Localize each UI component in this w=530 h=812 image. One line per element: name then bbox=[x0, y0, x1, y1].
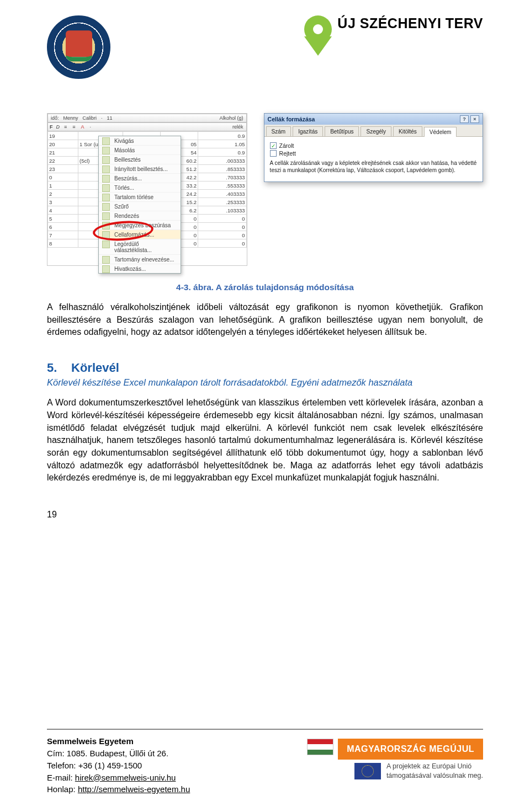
menu-icon bbox=[102, 156, 110, 164]
section-heading: 5.Körlevél bbox=[47, 361, 483, 375]
context-menu-item[interactable]: Szűrő bbox=[99, 202, 181, 211]
dialog-title: Cellák formázása bbox=[268, 116, 315, 122]
menu-icon bbox=[102, 194, 110, 201]
menu-icon bbox=[102, 203, 110, 211]
menu-icon bbox=[102, 265, 110, 273]
dialog-tab[interactable]: Kitöltés bbox=[393, 126, 422, 136]
context-menu-item[interactable]: Rendezés bbox=[99, 211, 181, 221]
context-menu-item[interactable]: Irányított beillesztés... bbox=[99, 164, 181, 174]
menu-icon bbox=[102, 147, 110, 154]
phone: Telefon: +36 (1) 459-1500 bbox=[47, 760, 190, 772]
menu-icon bbox=[102, 175, 110, 183]
institution-name: Semmelweis Egyetem bbox=[47, 735, 190, 747]
context-menu-item[interactable]: Beillesztés bbox=[99, 155, 181, 164]
web-link[interactable]: http://semmelweis-egyetem.hu bbox=[78, 784, 190, 794]
eu-funding-text: A projektek az Európai Uniótámogatásával… bbox=[386, 762, 483, 780]
dialog-tab[interactable]: Védelem bbox=[424, 127, 457, 137]
university-seal-logo bbox=[47, 15, 110, 79]
szechenyi-logo: ÚJ SZÉCHENYI TERV bbox=[304, 15, 483, 60]
context-menu-item[interactable]: Törlés... bbox=[99, 183, 181, 193]
excel-screenshot: idő: Menny Calibri·11 Alkohol (g) FD≡≡A·… bbox=[47, 113, 247, 266]
page-footer: Semmelweis Egyetem Cím: 1085. Budapest, … bbox=[0, 729, 530, 812]
paragraph-2: A Word dokumentumszerkesztővel lehetőség… bbox=[47, 397, 483, 484]
menu-icon bbox=[102, 184, 110, 192]
hidden-checkbox[interactable]: Rejtett bbox=[270, 150, 477, 157]
context-menu-item[interactable]: Kivágás bbox=[99, 136, 181, 146]
dialog-tab[interactable]: Betűtípus bbox=[325, 126, 359, 136]
context-menu-item[interactable]: Tartomány elnevezése... bbox=[99, 255, 181, 264]
szechenyi-main: SZÉCHENYI TERV bbox=[360, 15, 483, 31]
section-number: 5. bbox=[47, 361, 71, 375]
locked-checkbox[interactable]: ✓Zárolt bbox=[270, 142, 477, 149]
megujul-badge: MAGYARORSZÁG MEGÚJUL bbox=[338, 739, 483, 760]
section-subtitle: Körlevél készítése Excel munkalapon táro… bbox=[47, 377, 483, 388]
menu-icon bbox=[102, 241, 110, 248]
menu-icon bbox=[102, 256, 110, 264]
menu-icon bbox=[102, 212, 110, 220]
format-cells-dialog: Cellák formázása ? × SzámIgazításBetűtíp… bbox=[264, 113, 483, 182]
figure-block: idő: Menny Calibri·11 Alkohol (g) FD≡≡A·… bbox=[47, 113, 483, 266]
context-menu-item[interactable]: Beszúrás... bbox=[99, 174, 181, 183]
context-menu-item[interactable]: Legördülő választéklista... bbox=[99, 239, 181, 255]
dialog-tab[interactable]: Igazítás bbox=[293, 126, 323, 136]
close-icon[interactable]: × bbox=[470, 115, 479, 123]
contact-block: Semmelweis Egyetem Cím: 1085. Budapest, … bbox=[47, 735, 190, 795]
paragraph-1: A felhasználó véralkoholszintjének időbe… bbox=[47, 301, 483, 339]
dialog-hint: A cellák zárolásának vagy a képletek elr… bbox=[270, 160, 477, 174]
help-icon[interactable]: ? bbox=[460, 115, 469, 123]
web-label: Honlap: bbox=[47, 784, 78, 794]
dialog-tab[interactable]: Szám bbox=[266, 126, 292, 136]
flag-hungary-icon bbox=[307, 739, 333, 755]
szechenyi-prefix: ÚJ bbox=[337, 15, 356, 31]
menu-icon bbox=[102, 165, 110, 173]
section-title: Körlevél bbox=[71, 361, 119, 375]
flag-eu-icon bbox=[354, 763, 381, 779]
dialog-tabs: SzámIgazításBetűtípusSzegélyKitöltésVéde… bbox=[264, 125, 483, 137]
page-number: 19 bbox=[47, 510, 483, 520]
mini-toolbar: idő: Menny Calibri·11 Alkohol (g) bbox=[47, 114, 247, 122]
email-label: E-mail: bbox=[47, 773, 75, 782]
pin-icon bbox=[304, 15, 332, 60]
context-menu-item[interactable]: Tartalom törlése bbox=[99, 193, 181, 202]
address: Cím: 1085. Budapest, Üllői út 26. bbox=[47, 747, 190, 760]
menu-icon bbox=[102, 137, 110, 145]
email-link[interactable]: hirek@semmelweis-univ.hu bbox=[75, 773, 176, 782]
dialog-tab[interactable]: Szegély bbox=[361, 126, 391, 136]
context-menu: KivágásMásolásBeillesztésIrányított beil… bbox=[98, 136, 181, 274]
context-menu-item[interactable]: Másolás bbox=[99, 146, 181, 155]
context-menu-item[interactable]: Hivatkozás... bbox=[99, 264, 181, 273]
figure-caption: 4-3. ábra. A zárolás tulajdonság módosít… bbox=[47, 282, 483, 292]
